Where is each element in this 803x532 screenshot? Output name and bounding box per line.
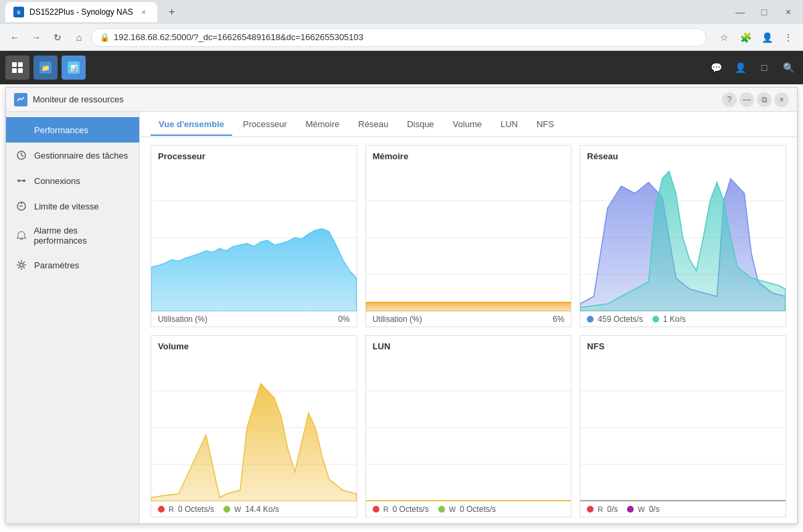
memoire-footer-label: Utilisation (%) bbox=[373, 315, 422, 324]
sidebar-label-parametres: Paramètres bbox=[34, 260, 79, 270]
dsm-taskbar-icon[interactable]: □ bbox=[755, 58, 774, 77]
dsm-topbar: 📁 📊 💬 👤 □ 🔍 bbox=[0, 51, 803, 84]
app-titlebar: Moniteur de ressources ? — ⧉ × bbox=[6, 88, 797, 112]
charts-area: Processeur bbox=[140, 137, 797, 523]
nfs-r-dot bbox=[587, 506, 594, 513]
svg-rect-4 bbox=[12, 68, 17, 73]
volume-footer-r: R bbox=[169, 505, 174, 513]
chart-memoire-footer: Utilisation (%) 6% bbox=[366, 311, 571, 327]
chart-lun-body bbox=[366, 354, 571, 501]
chart-lun: LUN R 0 Octets/s bbox=[365, 335, 572, 517]
tab-reseau[interactable]: Réseau bbox=[350, 114, 396, 136]
parametres-icon bbox=[15, 259, 27, 271]
sidebar-label-performances: Performances bbox=[34, 125, 88, 135]
nfs-footer-w-val: 0/s bbox=[649, 505, 660, 514]
new-tab-button[interactable]: + bbox=[163, 3, 181, 21]
tab-lun[interactable]: LUN bbox=[493, 114, 526, 136]
chart-reseau: Réseau bbox=[579, 145, 786, 327]
sidebar-label-alarme: Alarme des performances bbox=[33, 226, 130, 246]
reseau-footer-legend1: 459 Octets/s bbox=[598, 315, 642, 324]
svg-point-17 bbox=[17, 179, 20, 182]
dsm-app-icon-2[interactable]: 📊 bbox=[62, 56, 86, 80]
extensions-icon[interactable]: 🧩 bbox=[736, 28, 755, 47]
tab-nfs[interactable]: NFS bbox=[529, 114, 562, 136]
processeur-footer-value: 0% bbox=[338, 315, 349, 324]
processeur-footer-label: Utilisation (%) bbox=[158, 315, 207, 324]
alarme-icon bbox=[15, 230, 27, 242]
browser-controls: ← → ↻ ⌂ 🔒 192.168.68.62:5000/?_dc=166265… bbox=[0, 24, 803, 51]
tab-processeur[interactable]: Processeur bbox=[235, 114, 295, 136]
nfs-w-dot bbox=[627, 506, 634, 513]
back-button[interactable]: ← bbox=[5, 28, 24, 47]
svg-rect-3 bbox=[18, 62, 23, 67]
lock-icon: 🔒 bbox=[100, 33, 110, 42]
close-browser-btn[interactable]: × bbox=[779, 3, 798, 21]
chart-reseau-body bbox=[580, 164, 786, 311]
lun-footer-w-val: 0 Octets/s bbox=[460, 505, 496, 514]
reseau-legend-dot-2 bbox=[652, 316, 659, 323]
chart-reseau-title: Réseau bbox=[580, 146, 786, 164]
svg-marker-32 bbox=[366, 302, 571, 311]
tab-label: DS1522Plus - Synology NAS bbox=[29, 7, 133, 17]
sidebar-item-parametres[interactable]: Paramètres bbox=[6, 252, 139, 278]
chart-volume-title: Volume bbox=[151, 336, 357, 354]
svg-text:📁: 📁 bbox=[41, 64, 50, 72]
dsm-main-menu-icon[interactable] bbox=[5, 56, 29, 80]
maximize-browser-btn[interactable]: □ bbox=[755, 3, 774, 21]
svg-marker-28 bbox=[151, 229, 357, 311]
chart-lun-footer: R 0 Octets/s W 0 Octets/s bbox=[366, 501, 571, 517]
main-content: Vue d'ensemble Processeur Mémoire Réseau… bbox=[140, 112, 797, 523]
bookmark-icon[interactable]: ☆ bbox=[715, 28, 733, 47]
svg-rect-5 bbox=[18, 68, 23, 73]
forward-button[interactable]: → bbox=[27, 28, 46, 47]
chart-nfs-title: NFS bbox=[580, 336, 786, 354]
sidebar-item-connexions[interactable]: Connexions bbox=[6, 168, 139, 193]
chart-nfs-body bbox=[580, 354, 786, 501]
sidebar-item-gestionnaire-taches[interactable]: Gestionnaire des tâches bbox=[6, 143, 139, 168]
svg-point-24 bbox=[20, 264, 23, 267]
home-button[interactable]: ⌂ bbox=[70, 28, 88, 47]
minimize-browser-btn[interactable]: — bbox=[731, 3, 749, 21]
svg-marker-49 bbox=[580, 501, 786, 501]
sidebar: Performances Gestionnaire des tâches Con… bbox=[6, 112, 140, 523]
tab-vue-ensemble[interactable]: Vue d'ensemble bbox=[151, 114, 232, 136]
browser-tab[interactable]: S DS1522Plus - Synology NAS × bbox=[5, 2, 157, 22]
dsm-search-icon[interactable]: 🔍 bbox=[779, 58, 798, 77]
reseau-footer-legend2: 1 Ko/s bbox=[663, 315, 686, 324]
tab-close-btn[interactable]: × bbox=[139, 7, 149, 17]
volume-r-dot bbox=[158, 506, 165, 513]
sidebar-label-gestionnaire: Gestionnaire des tâches bbox=[34, 151, 128, 161]
sidebar-item-performances[interactable]: Performances bbox=[6, 117, 139, 143]
svg-rect-13 bbox=[23, 125, 25, 134]
minimize-app-btn[interactable]: — bbox=[739, 92, 754, 107]
more-options-icon[interactable]: ⋮ bbox=[779, 28, 798, 47]
sidebar-item-alarme[interactable]: Alarme des performances bbox=[6, 219, 139, 252]
tab-volume[interactable]: Volume bbox=[445, 114, 490, 136]
volume-footer-w: W bbox=[234, 505, 241, 513]
tab-memoire[interactable]: Mémoire bbox=[298, 114, 348, 136]
restore-app-btn[interactable]: ⧉ bbox=[757, 92, 772, 107]
profile-icon[interactable]: 👤 bbox=[757, 28, 776, 47]
chart-volume-footer: R 0 Octets/s W 14.4 Ko/s bbox=[151, 501, 357, 517]
limite-vitesse-icon bbox=[15, 200, 27, 212]
dsm-app-icon-1[interactable]: 📁 bbox=[33, 56, 58, 80]
volume-footer-r-val: 0 Octets/s bbox=[178, 505, 214, 514]
sidebar-item-limite-vitesse[interactable]: Limite de vitesse bbox=[6, 193, 139, 219]
close-app-btn[interactable]: × bbox=[774, 92, 789, 107]
svg-text:S: S bbox=[17, 9, 21, 15]
lun-w-dot bbox=[438, 506, 445, 513]
svg-marker-41 bbox=[151, 383, 357, 501]
chart-memoire-body bbox=[366, 164, 571, 311]
app-content: Performances Gestionnaire des tâches Con… bbox=[6, 112, 797, 523]
chart-nfs: NFS R 0/s bbox=[579, 335, 786, 517]
tab-disque[interactable]: Disque bbox=[399, 114, 442, 136]
dsm-user-icon[interactable]: 👤 bbox=[731, 58, 749, 77]
help-button[interactable]: ? bbox=[722, 92, 737, 107]
dsm-chat-icon[interactable]: 💬 bbox=[707, 58, 725, 77]
chart-processeur: Processeur bbox=[151, 145, 357, 327]
chart-nfs-footer: R 0/s W 0/s bbox=[580, 501, 786, 517]
reload-button[interactable]: ↻ bbox=[48, 28, 67, 47]
address-bar[interactable]: 🔒 192.168.68.62:5000/?_dc=1662654891618&… bbox=[91, 28, 707, 47]
chart-volume-body bbox=[151, 354, 357, 501]
svg-rect-11 bbox=[17, 128, 19, 134]
